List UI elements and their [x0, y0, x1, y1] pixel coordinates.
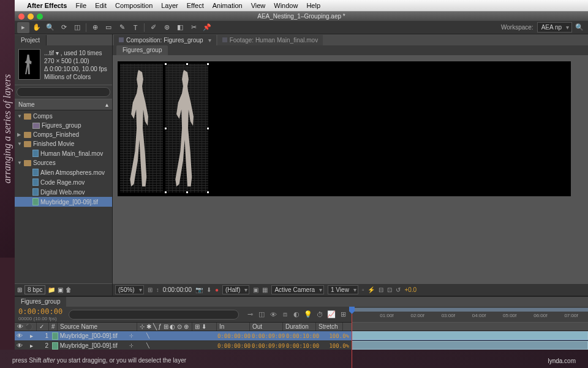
guides-icon[interactable]: ↕: [156, 286, 159, 293]
tree-item[interactable]: ▶Comps_Finished: [15, 130, 112, 139]
draft3d-icon[interactable]: ◫: [257, 310, 266, 320]
layer-figure-2[interactable]: [165, 64, 208, 193]
current-time[interactable]: 0:00:00:00: [18, 307, 62, 316]
exposure-value[interactable]: +0.0: [404, 286, 417, 293]
eraser-tool-icon[interactable]: ◧: [174, 22, 186, 33]
time-ruler[interactable]: 01:00f 02:00f 03:00f 04:00f 05:00f 06:00…: [352, 307, 588, 323]
roto-tool-icon[interactable]: ✂: [187, 22, 200, 33]
roi-icon[interactable]: ▣: [253, 286, 258, 293]
tree-item[interactable]: ▼Sources: [15, 158, 112, 167]
work-area-bar[interactable]: [352, 308, 588, 312]
snapshot-icon[interactable]: 📷: [195, 286, 203, 293]
rotate-tool-icon[interactable]: ⟳: [58, 22, 70, 33]
tree-item[interactable]: Muybridge_[00-09].tif: [15, 197, 112, 207]
lynda-logo: lynda.com: [548, 352, 576, 366]
menu-composition[interactable]: Composition: [115, 2, 153, 9]
camera-tool-icon[interactable]: ◫: [71, 22, 83, 33]
clone-tool-icon[interactable]: ⊛: [160, 22, 173, 33]
project-tab[interactable]: Project: [15, 35, 47, 45]
puppet-tool-icon[interactable]: 📌: [201, 22, 213, 33]
brainstorm-icon[interactable]: 💡: [303, 310, 313, 320]
comp-subtab[interactable]: Figures_group: [116, 45, 168, 55]
zoom-dropdown[interactable]: (50%): [115, 285, 144, 294]
comp-icon: [32, 123, 40, 129]
graph-editor-icon[interactable]: 📈: [326, 310, 336, 320]
app-menu[interactable]: After Effects: [27, 2, 67, 9]
views-dropdown[interactable]: 1 View: [328, 285, 358, 294]
layer-figure-1[interactable]: [120, 64, 163, 193]
layer-duration-bar[interactable]: [352, 331, 588, 340]
tree-item[interactable]: ▼Comps: [15, 112, 112, 121]
search-icon[interactable]: 🔍: [573, 22, 586, 33]
interpret-icon[interactable]: ⊞: [17, 286, 22, 293]
tree-item[interactable]: Figures_group: [15, 121, 112, 130]
window-titlebar: AEA_Nesting_1–Grouping.aep *: [15, 11, 588, 21]
hide-shy-icon[interactable]: 👁: [268, 310, 278, 320]
pixel-aspect-icon[interactable]: ▫: [362, 286, 364, 293]
selection-tool-icon[interactable]: ▸: [17, 22, 29, 33]
playhead[interactable]: [352, 307, 352, 368]
fast-preview-icon[interactable]: ⚡: [368, 286, 375, 293]
rect-tool-icon[interactable]: ▭: [102, 22, 115, 33]
menu-layer[interactable]: Layer: [161, 2, 178, 9]
tree-item[interactable]: Alien Atmospheres.mov: [15, 167, 112, 177]
brush-tool-icon[interactable]: ✐: [147, 22, 159, 33]
menu-help[interactable]: Help: [306, 2, 320, 9]
layer-duration-bar[interactable]: [352, 341, 588, 350]
composition-canvas[interactable]: [118, 61, 571, 196]
viewer-canvas-area[interactable]: [113, 55, 588, 283]
hand-tool-icon[interactable]: ✋: [31, 22, 43, 33]
workspace-label: Workspace:: [501, 24, 533, 31]
footage-viewer-tab[interactable]: Footage: Human Main_final.mov: [217, 35, 323, 45]
channel-icon[interactable]: ⬇: [206, 286, 211, 293]
project-search-input[interactable]: [17, 87, 110, 97]
zoom-icon[interactable]: [37, 13, 43, 20]
menu-effect[interactable]: Effect: [187, 2, 204, 9]
workspace-dropdown[interactable]: AEA np: [537, 22, 572, 33]
timeline-icon[interactable]: ⊟: [379, 286, 383, 293]
menu-edit[interactable]: Edit: [95, 2, 107, 9]
project-tree[interactable]: ▼CompsFigures_group▶Comps_Finished▼Finis…: [15, 110, 112, 283]
tree-item[interactable]: Code Rage.mov: [15, 177, 112, 187]
motion-blur-icon[interactable]: ◐: [292, 310, 301, 320]
comp-mini-flowchart-icon[interactable]: ⊸: [245, 310, 255, 320]
visibility-icon[interactable]: 👁: [16, 342, 23, 349]
frame-blend-icon[interactable]: ⧈: [280, 310, 290, 320]
layer-list[interactable]: 👁▸1Muybridge_[00-09].tif⊹╲0:00:00:000:00…: [15, 331, 588, 351]
visibility-icon[interactable]: 👁: [16, 332, 23, 339]
menu-view[interactable]: View: [251, 2, 266, 9]
exposure-reset-icon[interactable]: ↺: [396, 286, 401, 293]
tif-icon: [52, 332, 58, 340]
transparency-icon[interactable]: ▦: [262, 286, 268, 293]
grid-icon[interactable]: ⊞: [148, 286, 153, 293]
minimize-icon[interactable]: [28, 13, 34, 20]
tree-item[interactable]: ▼Finished Movie: [15, 139, 112, 148]
type-tool-icon[interactable]: T: [129, 22, 141, 33]
menu-window[interactable]: Window: [274, 2, 298, 9]
trash-icon[interactable]: 🗑: [66, 286, 72, 293]
name-column-header[interactable]: Name▴: [15, 99, 112, 110]
close-icon[interactable]: [18, 13, 24, 20]
camera-dropdown[interactable]: Active Camera: [271, 285, 324, 294]
rgb-icon[interactable]: ●: [215, 286, 219, 293]
tree-item[interactable]: Human Main_final.mov: [15, 148, 112, 158]
autokey-icon[interactable]: ⏱: [315, 310, 325, 320]
timeline-search-input[interactable]: [69, 310, 239, 320]
mac-menubar: After Effects File Edit Composition Laye…: [15, 0, 588, 11]
layer-switches-icon[interactable]: ⊞: [338, 310, 348, 320]
menu-animation[interactable]: Animation: [213, 2, 243, 9]
bpc-button[interactable]: 8 bpc: [24, 285, 45, 294]
timeline-tab[interactable]: Figures_group: [15, 297, 66, 307]
panbehind-tool-icon[interactable]: ⊕: [89, 22, 101, 33]
resolution-dropdown[interactable]: (Half): [222, 285, 249, 294]
comp-viewer-tab[interactable]: Composition: Figures_group▾: [114, 35, 216, 45]
flowchart-icon[interactable]: ⊡: [387, 286, 392, 293]
menu-file[interactable]: File: [75, 2, 86, 9]
timeline-panel: Figures_group 0:00:00:00 00000 (10.00 fp…: [15, 296, 588, 357]
pen-tool-icon[interactable]: ✎: [116, 22, 128, 33]
new-folder-icon[interactable]: 📁: [48, 286, 55, 293]
tree-item[interactable]: Digital Web.mov: [15, 187, 112, 197]
time-display[interactable]: 0:00:00:00: [163, 286, 192, 293]
zoom-tool-icon[interactable]: 🔍: [44, 22, 56, 33]
new-comp-icon[interactable]: ▣: [58, 286, 63, 293]
